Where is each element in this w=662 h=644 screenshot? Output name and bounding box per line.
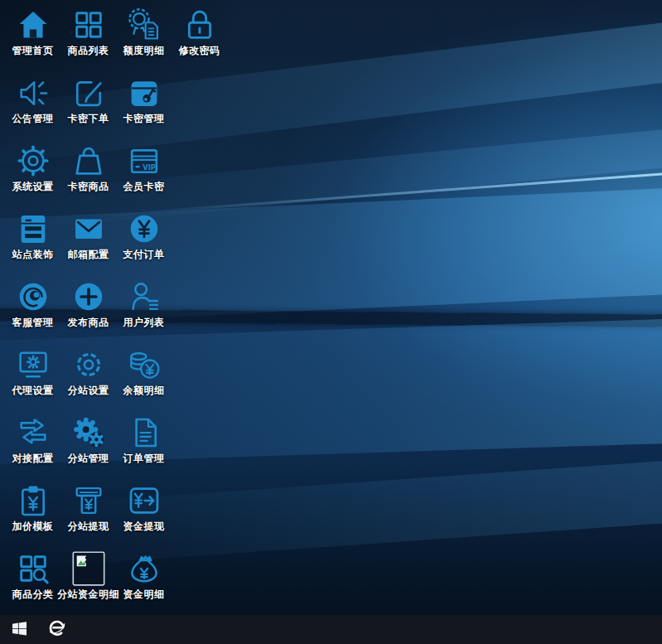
- vip-card-icon: VIP: [126, 143, 162, 179]
- plus-circle-icon: [70, 278, 107, 315]
- document-icon: [126, 414, 162, 451]
- desktop-shortcut[interactable]: 卡密下单: [60, 72, 116, 140]
- key-box-icon: [126, 75, 162, 111]
- yen-circle-icon: [126, 211, 162, 247]
- desktop-shortcut[interactable]: 公告管理: [5, 72, 60, 140]
- desktop-shortcut[interactable]: 加价模板: [5, 480, 60, 548]
- desktop-shortcut[interactable]: 修改密码: [172, 4, 227, 72]
- badge-document-icon: [126, 7, 162, 43]
- desktop-shortcut[interactable]: 卡密商品: [60, 140, 116, 208]
- svg-text:VIP: VIP: [143, 163, 156, 172]
- desktop-shortcut-label: 资金明细: [123, 588, 165, 602]
- desktop-shortcut-label: 用户列表: [123, 316, 165, 330]
- ie-icon: [48, 619, 66, 640]
- megaphone-icon: [15, 75, 51, 111]
- desktop-shortcut[interactable]: 卡密管理: [116, 72, 172, 140]
- desktop-shortcut[interactable]: 管理首页: [5, 4, 60, 72]
- desktop-shortcut-label: 管理首页: [12, 44, 54, 58]
- desktop-shortcut[interactable]: 代理设置: [5, 344, 60, 412]
- desktop-shortcut-label: 订单管理: [123, 452, 165, 466]
- desktop-icon-row: 公告管理卡密下单卡密管理: [5, 72, 227, 140]
- desktop-shortcut[interactable]: 商品分类: [5, 548, 60, 615]
- desktop-shortcut[interactable]: 订单管理: [116, 412, 172, 480]
- clipboard-yen-icon: [15, 482, 51, 519]
- internet-explorer-button[interactable]: [38, 615, 76, 644]
- shopping-bag-icon: [70, 143, 107, 179]
- coins-yen-icon: [126, 346, 162, 383]
- desktop-shortcut-label: 发布商品: [68, 316, 109, 330]
- broken-image-icon: [70, 550, 107, 587]
- desktop-shortcut-label: 商品分类: [12, 588, 54, 602]
- desktop-shortcut[interactable]: 系统设置: [5, 140, 60, 208]
- desktop-shortcut[interactable]: 分站提现: [60, 480, 116, 548]
- start-button[interactable]: [0, 615, 38, 644]
- desktop-icon-row: 对接配置分站管理订单管理: [5, 412, 227, 480]
- desktop-shortcut[interactable]: 资金明细: [116, 548, 172, 615]
- withdraw-icon: [70, 482, 107, 519]
- desktop-shortcut[interactable]: VIP会员卡密: [116, 140, 172, 208]
- double-gear-icon: [70, 414, 107, 451]
- headset-icon: [15, 278, 51, 315]
- windows-logo-icon: [12, 622, 27, 638]
- desktop-shortcut[interactable]: 商品列表: [60, 4, 116, 72]
- desktop-shortcut[interactable]: 支付订单: [116, 208, 172, 276]
- desktop-shortcut-label: 会员卡密: [123, 180, 165, 194]
- monitor-gear-icon: [15, 346, 51, 383]
- desktop-shortcut[interactable]: 分站管理: [60, 412, 116, 480]
- desktop-shortcut-label: 卡密商品: [68, 180, 109, 194]
- desktop: 管理首页商品列表额度明细修改密码公告管理卡密下单卡密管理系统设置卡密商品VIP会…: [0, 0, 662, 615]
- desktop-shortcut[interactable]: 分站设置: [60, 344, 116, 412]
- desktop-shortcut-label: 系统设置: [12, 180, 54, 194]
- desktop-shortcut-label: 卡密下单: [68, 112, 109, 126]
- desktop-shortcut-label: 分站提现: [68, 520, 109, 534]
- desktop-shortcut[interactable]: 资金提现: [116, 480, 172, 548]
- desktop-shortcut-label: 公告管理: [12, 112, 54, 126]
- desktop-shortcut-label: 额度明细: [123, 44, 165, 58]
- desktop-shortcut-label: 卡密管理: [123, 112, 165, 126]
- desktop-shortcut-label: 代理设置: [12, 384, 54, 398]
- grid-search-icon: [15, 550, 51, 587]
- envelope-icon: [70, 211, 107, 247]
- desktop-shortcut[interactable]: 邮箱配置: [60, 208, 116, 276]
- desktop-icon-row: 客服管理发布商品用户列表: [5, 276, 227, 344]
- desktop-shortcut-label: 资金提现: [123, 520, 165, 534]
- user-list-icon: [126, 278, 162, 315]
- grid-icon: [70, 7, 107, 43]
- desktop-shortcut-label: 分站管理: [68, 452, 109, 466]
- edit-icon: [70, 75, 107, 111]
- desktop-shortcut-label: 站点装饰: [12, 248, 54, 262]
- desktop-shortcut-label: 余额明细: [123, 384, 165, 398]
- desktop-icon-row: 商品分类分站资金明细资金明细: [5, 548, 227, 615]
- swap-arrows-icon: [15, 414, 51, 451]
- money-bag-icon: [126, 550, 162, 587]
- desktop-shortcut-label: 分站设置: [68, 384, 109, 398]
- desktop-shortcut[interactable]: 用户列表: [116, 276, 172, 344]
- desktop-icon-row: 管理首页商品列表额度明细修改密码: [5, 4, 227, 72]
- gear-icon: [15, 143, 51, 179]
- desktop-icon-row: 系统设置卡密商品VIP会员卡密: [5, 140, 227, 208]
- desktop-shortcut-label: 邮箱配置: [68, 248, 109, 262]
- desktop-icon-row: 加价模板分站提现资金提现: [5, 480, 227, 548]
- desktop-icon-grid: 管理首页商品列表额度明细修改密码公告管理卡密下单卡密管理系统设置卡密商品VIP会…: [5, 4, 227, 615]
- desktop-shortcut[interactable]: 客服管理: [5, 276, 60, 344]
- desktop-shortcut-label: 对接配置: [12, 452, 54, 466]
- lock-icon: [181, 7, 218, 43]
- desktop-shortcut-label: 修改密码: [179, 44, 220, 58]
- desktop-shortcut[interactable]: 余额明细: [116, 344, 172, 412]
- cog-icon: [70, 346, 107, 383]
- desktop-shortcut-label: 加价模板: [12, 520, 54, 534]
- desktop-shortcut[interactable]: 发布商品: [60, 276, 116, 344]
- desktop-icon-row: 站点装饰邮箱配置支付订单: [5, 208, 227, 276]
- desktop-shortcut-label: 分站资金明细: [57, 588, 119, 602]
- yen-arrow-icon: [126, 482, 162, 519]
- desktop-shortcut-label: 客服管理: [12, 316, 54, 330]
- desktop-icon-row: 代理设置分站设置余额明细: [5, 344, 227, 412]
- desktop-shortcut[interactable]: 额度明细: [116, 4, 172, 72]
- site-panel-icon: [15, 211, 51, 247]
- desktop-shortcut-label: 商品列表: [68, 44, 109, 58]
- desktop-shortcut[interactable]: 分站资金明细: [60, 548, 116, 615]
- taskbar: [0, 615, 662, 644]
- desktop-shortcut[interactable]: 站点装饰: [5, 208, 60, 276]
- desktop-shortcut[interactable]: 对接配置: [5, 412, 60, 480]
- home-icon: [15, 7, 51, 43]
